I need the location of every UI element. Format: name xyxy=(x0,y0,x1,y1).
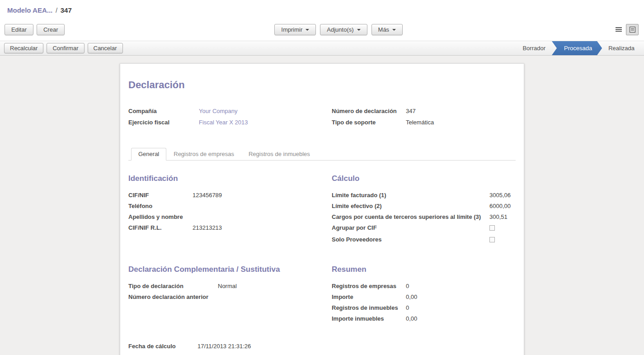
field-support-type: Tipo de soporte Telemática xyxy=(332,117,516,128)
form-title: Declaración xyxy=(128,79,516,91)
group-resumen-title: Resumen xyxy=(332,265,516,274)
form-sheet: Declaración Compañía Your Company Ejerci… xyxy=(120,63,524,355)
field-cif-nif-rl: CIF/NIF R.L. 213213213 xyxy=(128,222,332,233)
more-button-label: Más xyxy=(378,26,390,33)
field-registros-empresas-label: Registros de empresas xyxy=(332,281,406,292)
field-limite-facturado-value: 3005,06 xyxy=(489,190,516,201)
caret-down-icon xyxy=(392,29,396,31)
content-area: Declaración Compañía Your Company Ejerci… xyxy=(0,56,644,355)
toolbar-left-group: Editar Crear xyxy=(5,24,65,35)
solo-proveedores-checkbox[interactable] xyxy=(489,237,495,242)
group-complementaria-title: Declaración Complementaria / Sustitutiva xyxy=(128,265,332,274)
toolbar: Editar Crear Imprimir Adjunto(s) Más xyxy=(0,21,644,41)
list-view-button[interactable] xyxy=(612,24,625,35)
field-limite-facturado-label: Límite facturado (1) xyxy=(332,190,489,201)
field-registros-empresas: Registros de empresas 0 xyxy=(332,281,516,292)
field-support-type-value: Telemática xyxy=(406,117,434,128)
field-company-label: Compañía xyxy=(128,105,199,117)
edit-button[interactable]: Editar xyxy=(5,24,33,35)
toolbar-center-group: Imprimir Adjunto(s) Más xyxy=(65,24,612,35)
attachments-dropdown-button[interactable]: Adjunto(s) xyxy=(320,24,367,35)
tab-registros-inmuebles[interactable]: Registros de inmuebles xyxy=(241,148,317,161)
field-cif-nif-rl-label: CIF/NIF R.L. xyxy=(128,222,193,233)
caret-down-icon xyxy=(357,29,361,31)
group-identificacion-title: Identificación xyxy=(128,174,332,183)
field-cargos-terceros-label: Cargos por cuenta de terceros superiores… xyxy=(332,212,489,222)
field-solo-proveedores: Solo Proveedores xyxy=(332,234,516,246)
field-tipo-declaracion-label: Tipo de declaración xyxy=(128,281,218,292)
group-complementaria: Declaración Complementaria / Sustitutiva… xyxy=(128,265,332,324)
field-telefono: Teléfono xyxy=(128,201,332,212)
recalculate-button[interactable]: Recalcular xyxy=(4,43,43,53)
field-cif-nif-label: CIF/NIF xyxy=(128,190,193,201)
status-step-realizada[interactable]: Realizada xyxy=(601,41,642,55)
list-view-icon xyxy=(616,29,622,30)
field-company-value[interactable]: Your Company xyxy=(199,105,238,117)
status-step-procesada[interactable]: Procesada xyxy=(552,41,602,55)
action-buttons-group: Recalcular Confirmar Cancelar xyxy=(4,43,123,53)
breadcrumb-separator: / xyxy=(54,6,59,14)
field-cif-nif: CIF/NIF 123456789 xyxy=(128,190,332,201)
field-limite-efectivo: Límite efectivo (2) 6000,00 xyxy=(332,201,516,212)
print-button-label: Imprimir xyxy=(281,26,302,33)
field-cif-nif-value: 123456789 xyxy=(193,190,222,201)
group-calculo: Cálculo Límite facturado (1) 3005,06 Lím… xyxy=(332,174,516,246)
field-fecha-calculo: Fecha de cálculo 17/11/2013 21:31:26 xyxy=(128,341,516,352)
tab-general[interactable]: General xyxy=(131,148,166,161)
breadcrumb-bar: Modelo AEA... / 347 xyxy=(0,0,644,21)
agrupar-por-cif-checkbox[interactable] xyxy=(489,225,495,231)
more-dropdown-button[interactable]: Más xyxy=(371,24,403,35)
view-switcher xyxy=(612,24,639,35)
field-registros-empresas-value: 0 xyxy=(406,281,409,292)
field-fiscal-year-label: Ejercicio fiscal xyxy=(128,117,199,128)
tab-strip: General Registros de empresas Registros … xyxy=(128,148,516,161)
field-agrupar-por-cif-label: Agrupar por CIF xyxy=(332,222,489,233)
edit-button-label: Editar xyxy=(11,26,27,33)
form-view-button[interactable] xyxy=(626,24,639,35)
form-view-icon xyxy=(630,27,635,33)
field-numero-declaracion-anterior: Número declaración anterior xyxy=(128,292,332,303)
field-declaration-number-value: 347 xyxy=(406,105,416,117)
field-cargos-terceros-value: 300,51 xyxy=(489,212,516,222)
header-fields: Compañía Your Company Ejercicio fiscal F… xyxy=(128,105,516,128)
attachments-button-label: Adjunto(s) xyxy=(327,26,353,33)
tab-registros-empresas[interactable]: Registros de empresas xyxy=(166,148,241,161)
field-limite-efectivo-value: 6000,00 xyxy=(489,201,516,212)
field-limite-facturado: Límite facturado (1) 3005,06 xyxy=(332,190,516,201)
field-company: Compañía Your Company xyxy=(128,105,332,117)
field-numero-declaracion-anterior-label: Número declaración anterior xyxy=(128,292,218,303)
field-declaration-number-label: Número de declaración xyxy=(332,105,406,117)
action-bar: Recalcular Confirmar Cancelar Borrador P… xyxy=(0,41,644,56)
confirm-button-label: Confirmar xyxy=(52,45,78,52)
field-importe-inmuebles: Importe inmuebles 0,00 xyxy=(332,313,516,324)
band-identificacion-calculo: Identificación CIF/NIF 123456789 Teléfon… xyxy=(128,174,516,246)
breadcrumb-parent-link[interactable]: Modelo AEA... xyxy=(7,6,52,14)
field-registros-inmuebles-label: Registros de inmuebles xyxy=(332,303,406,313)
field-importe-label: Importe xyxy=(332,292,406,303)
confirm-button[interactable]: Confirmar xyxy=(47,43,84,53)
field-tipo-declaracion-value: Normal xyxy=(218,281,237,292)
field-registros-inmuebles: Registros de inmuebles 0 xyxy=(332,303,516,313)
create-button[interactable]: Crear xyxy=(37,24,65,35)
print-dropdown-button[interactable]: Imprimir xyxy=(274,24,316,35)
field-importe: Importe 0,00 xyxy=(332,292,516,303)
field-fiscal-year-value[interactable]: Fiscal Year X 2013 xyxy=(199,117,248,128)
field-importe-inmuebles-value: 0,00 xyxy=(406,313,417,324)
caret-down-icon xyxy=(306,29,309,31)
field-fecha-calculo-value: 17/11/2013 21:31:26 xyxy=(197,341,251,352)
field-solo-proveedores-label: Solo Proveedores xyxy=(332,234,489,245)
recalculate-button-label: Recalcular xyxy=(10,45,38,52)
field-declaration-number: Número de declaración 347 xyxy=(332,105,516,117)
field-importe-inmuebles-label: Importe inmuebles xyxy=(332,313,406,324)
field-importe-value: 0,00 xyxy=(406,292,417,303)
field-apellidos-nombre: Apellidos y nombre xyxy=(128,212,332,222)
status-step-borrador[interactable]: Borrador xyxy=(515,41,553,55)
group-resumen: Resumen Registros de empresas 0 Importe … xyxy=(332,265,516,324)
group-identificacion: Identificación CIF/NIF 123456789 Teléfon… xyxy=(128,174,332,246)
field-agrupar-por-cif: Agrupar por CIF xyxy=(332,222,516,234)
status-bar: Borrador Procesada Realizada xyxy=(515,41,644,55)
field-tipo-declaracion: Tipo de declaración Normal xyxy=(128,281,332,292)
cancel-button[interactable]: Cancelar xyxy=(88,43,123,53)
field-support-type-label: Tipo de soporte xyxy=(332,117,406,128)
cancel-button-label: Cancelar xyxy=(94,45,117,52)
